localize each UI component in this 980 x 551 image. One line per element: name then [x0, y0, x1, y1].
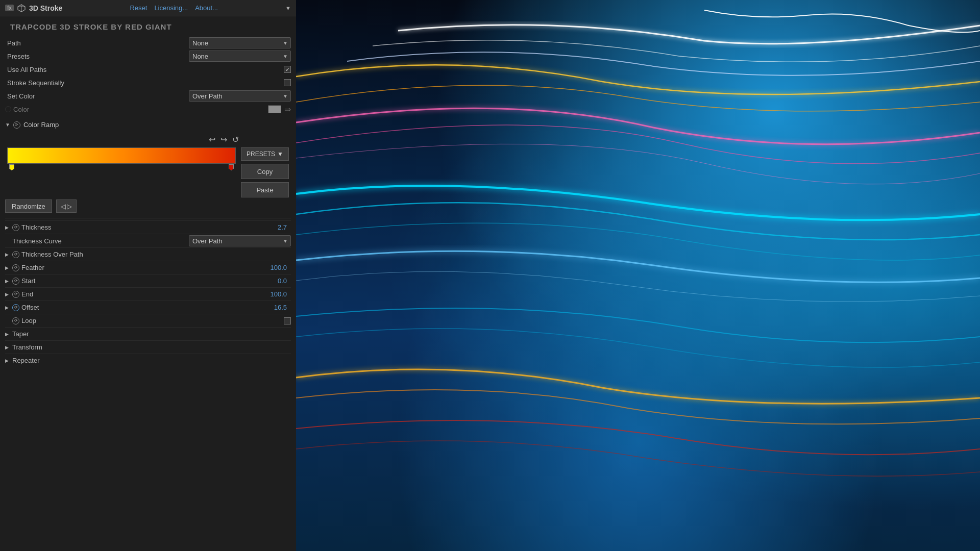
right-panel [296, 0, 980, 551]
taper-label: Taper [12, 330, 291, 338]
offset-value[interactable]: 16.5 [265, 304, 291, 311]
offset-label: Offset [21, 304, 265, 311]
settings-area: Path None ▼ Presets None ▼ Use All Paths [0, 36, 296, 551]
thickness-over-path-label: Thickness Over Path [21, 251, 291, 258]
loop-label: Loop [21, 317, 284, 324]
3d-cube-icon [17, 4, 26, 13]
thickness-curve-label: Thickness Curve [12, 237, 189, 245]
ramp-container: PRESETS ▼ Copy Paste [5, 147, 291, 197]
stroke-sequentially-checkbox[interactable] [284, 79, 291, 86]
about-link[interactable]: About... [195, 4, 218, 12]
panel-title: 3D Stroke [29, 4, 62, 12]
presets-dropdown-wrapper[interactable]: None ▼ [189, 51, 291, 62]
thickness-over-path-icon: ⟳ [12, 251, 19, 258]
presets-button[interactable]: PRESETS ▼ [241, 147, 289, 161]
stroke-sequentially-label: Stroke Sequentially [5, 79, 284, 87]
thickness-curve-dropdown[interactable]: Over Path [189, 235, 291, 246]
reset-link[interactable]: Reset [130, 4, 147, 12]
end-value[interactable]: 100.0 [265, 290, 291, 298]
visual-background [296, 0, 980, 551]
panel-collapse-arrow[interactable]: ▼ [285, 5, 291, 11]
ramp-gradient[interactable] [7, 147, 236, 164]
ramp-side-controls: PRESETS ▼ Copy Paste [241, 147, 289, 197]
ramp-stop-right[interactable] [229, 164, 234, 170]
left-panel: fx 3D Stroke Reset Licensing... About...… [0, 0, 296, 551]
thickness-value[interactable]: 2.7 [265, 223, 291, 231]
ramp-stop-left[interactable] [9, 164, 14, 170]
transform-row[interactable]: ▶ Transform [5, 340, 291, 354]
feather-expand[interactable]: ▶ [5, 265, 11, 270]
start-label: Start [21, 277, 265, 285]
thickness-label: Thickness [21, 223, 265, 231]
taper-row[interactable]: ▶ Taper [5, 327, 291, 340]
end-label: End [21, 290, 265, 298]
stroke-sequentially-row: Stroke Sequentially [5, 76, 291, 89]
start-expand[interactable]: ▶ [5, 279, 11, 284]
path-label: Path [5, 39, 189, 47]
set-color-dropdown[interactable]: Over Path [189, 90, 291, 102]
presets-label: Presets [5, 53, 189, 60]
start-row: ▶ ⟳ Start 0.0 [5, 274, 291, 287]
color-row: Color ⇒ [5, 103, 291, 116]
end-row: ▶ ⟳ End 100.0 [5, 287, 291, 300]
flip-left-icon: ◁ [61, 203, 66, 210]
start-icon: ⟳ [12, 278, 19, 285]
flip-right-icon: ▷ [67, 203, 72, 210]
header-links: Reset Licensing... About... [130, 4, 218, 12]
end-icon: ⟳ [12, 291, 19, 298]
fx-badge: fx [5, 5, 14, 11]
taper-expand[interactable]: ▶ [5, 332, 11, 337]
paste-button[interactable]: Paste [241, 182, 289, 197]
loop-icon: ⟳ [12, 317, 19, 324]
color-ramp-section: ▼ ⟳ Color Ramp ↩ ↪ ↺ [5, 116, 291, 216]
feather-row: ▶ ⟳ Feather 100.0 [5, 261, 291, 274]
thickness-over-path-expand[interactable]: ▶ [5, 252, 11, 257]
loop-row: ⟳ Loop [5, 314, 291, 327]
thickness-curve-wrapper[interactable]: Over Path ▼ [189, 235, 291, 246]
flip-button[interactable]: ◁ ▷ [56, 199, 77, 213]
path-row: Path None ▼ [5, 36, 291, 49]
start-value[interactable]: 0.0 [265, 277, 291, 285]
loop-checkbox[interactable] [284, 317, 291, 324]
set-color-label: Set Color [5, 92, 189, 100]
set-color-dropdown-wrapper[interactable]: Over Path ▼ [189, 90, 291, 102]
path-dropdown[interactable]: None [189, 37, 291, 48]
feather-value[interactable]: 100.0 [265, 264, 291, 271]
presets-dropdown[interactable]: None [189, 51, 291, 62]
ramp-gradient-area [7, 147, 236, 171]
feather-icon: ⟳ [12, 264, 19, 271]
randomize-button[interactable]: Randomize [5, 199, 52, 213]
color-swatch[interactable] [268, 105, 281, 113]
thickness-over-path-row: ▶ ⟳ Thickness Over Path [5, 247, 291, 261]
feather-label: Feather [21, 264, 265, 271]
use-all-paths-checkbox[interactable] [284, 66, 291, 73]
color-ramp-expand-icon: ▼ [5, 122, 10, 128]
copy-button[interactable]: Copy [241, 164, 289, 179]
transform-expand[interactable]: ▶ [5, 345, 11, 350]
thickness-expand[interactable]: ▶ [5, 225, 11, 230]
path-dropdown-wrapper[interactable]: None ▼ [189, 37, 291, 48]
color-controls: ⇒ [268, 105, 291, 114]
divider-1 [5, 218, 291, 218]
offset-expand[interactable]: ▶ [5, 305, 11, 310]
color-arrow: ⇒ [284, 105, 291, 114]
end-expand[interactable]: ▶ [5, 292, 11, 297]
color-ramp-icon: ⟳ [13, 121, 20, 129]
repeater-row[interactable]: ▶ Repeater [5, 354, 291, 367]
thickness-icon: ⟳ [12, 224, 19, 231]
color-label: Color [13, 106, 29, 113]
reset-ramp-button[interactable]: ↺ [231, 134, 240, 145]
redo-button[interactable]: ↪ [219, 134, 228, 145]
use-all-paths-label: Use All Paths [5, 66, 284, 73]
color-ramp-header[interactable]: ▼ ⟳ Color Ramp [5, 119, 291, 131]
color-radio [5, 106, 11, 112]
use-all-paths-row: Use All Paths [5, 63, 291, 76]
thickness-curve-row: Thickness Curve Over Path ▼ [5, 234, 291, 247]
randomize-row: Randomize ◁ ▷ [5, 199, 291, 213]
color-ramp-label: Color Ramp [23, 121, 59, 129]
header-left: fx 3D Stroke [5, 4, 62, 13]
licensing-link[interactable]: Licensing... [154, 4, 188, 12]
light-trails-svg [296, 0, 980, 551]
undo-button[interactable]: ↩ [208, 134, 216, 145]
repeater-expand[interactable]: ▶ [5, 358, 11, 363]
